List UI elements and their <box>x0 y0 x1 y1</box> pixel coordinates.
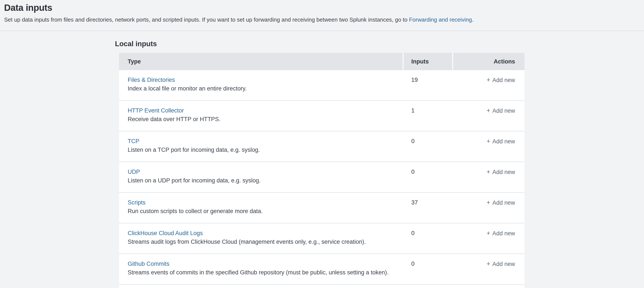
input-type-link-clickhouse-cloud-audit-logs[interactable]: ClickHouse Cloud Audit Logs <box>128 229 203 237</box>
plus-icon: + <box>486 168 490 176</box>
table-row: Scripts Run custom scripts to collect or… <box>119 193 524 223</box>
add-new-button[interactable]: +Add new <box>486 108 515 114</box>
inputs-count: 19 <box>404 76 453 100</box>
input-type-link-files-directories[interactable]: Files & Directories <box>128 76 175 84</box>
page-header: Data inputs Set up data inputs from file… <box>0 0 644 31</box>
inputs-count: 0 <box>404 229 453 253</box>
input-type-description: Listen on a UDP port for incoming data, … <box>128 176 404 185</box>
plus-icon: + <box>486 259 490 268</box>
add-new-label: Add new <box>492 261 515 267</box>
input-type-link-udp[interactable]: UDP <box>128 168 140 176</box>
table-row: TCP Listen on a TCP port for incoming da… <box>119 131 524 162</box>
table-row: Files & Directories Index a local file o… <box>119 70 524 101</box>
forwarding-and-receiving-link[interactable]: Forwarding and receiving <box>409 17 472 23</box>
inputs-count: 1 <box>404 106 453 131</box>
page-title: Data inputs <box>4 2 639 13</box>
plus-icon: + <box>486 198 490 207</box>
subtitle-period: . <box>472 17 474 23</box>
add-new-button[interactable]: +Add new <box>486 199 515 206</box>
add-new-label: Add new <box>492 138 515 145</box>
column-header-actions: Actions <box>453 53 524 70</box>
inputs-count: 0 <box>404 259 453 284</box>
column-header-type: Type <box>119 53 404 70</box>
add-new-label: Add new <box>492 169 515 175</box>
content-area: Local inputs Type Inputs Actions Files &… <box>0 31 644 288</box>
local-inputs-table: Type Inputs Actions Files & Directories … <box>119 53 524 288</box>
page-subtitle: Set up data inputs from files and direct… <box>4 16 639 23</box>
inputs-count: 0 <box>404 168 453 192</box>
partial-next-row <box>119 285 524 288</box>
input-type-description: Index a local file or monitor an entire … <box>128 84 404 93</box>
input-type-link-scripts[interactable]: Scripts <box>128 198 146 207</box>
plus-icon: + <box>486 106 490 115</box>
input-type-description: Listen on a TCP port for incoming data, … <box>128 146 404 154</box>
plus-icon: + <box>486 76 490 84</box>
input-type-description: Run custom scripts to collect or generat… <box>128 207 404 216</box>
input-type-description: Streams events of commits in the specifi… <box>128 268 404 277</box>
plus-icon: + <box>486 137 490 146</box>
table-row: Github Commits Streams events of commits… <box>119 254 524 285</box>
inputs-count: 37 <box>404 198 453 223</box>
input-type-link-tcp[interactable]: TCP <box>128 137 139 146</box>
input-type-link-http-event-collector[interactable]: HTTP Event Collector <box>128 106 184 115</box>
add-new-button[interactable]: +Add new <box>486 261 515 267</box>
subtitle-text: Set up data inputs from files and direct… <box>4 17 409 23</box>
add-new-button[interactable]: +Add new <box>486 169 515 175</box>
plus-icon: + <box>486 229 490 237</box>
add-new-button[interactable]: +Add new <box>486 77 515 83</box>
section-heading-local-inputs: Local inputs <box>115 40 644 48</box>
inputs-count: 0 <box>404 137 453 161</box>
table-header-row: Type Inputs Actions <box>119 53 524 70</box>
column-header-inputs: Inputs <box>404 53 453 70</box>
add-new-label: Add new <box>492 230 515 237</box>
add-new-label: Add new <box>492 108 515 114</box>
add-new-button[interactable]: +Add new <box>486 230 515 237</box>
input-type-link-github-commits[interactable]: Github Commits <box>128 259 170 268</box>
input-type-description: Receive data over HTTP or HTTPS. <box>128 115 404 124</box>
add-new-button[interactable]: +Add new <box>486 138 515 145</box>
table-row: HTTP Event Collector Receive data over H… <box>119 101 524 131</box>
table-row: ClickHouse Cloud Audit Logs Streams audi… <box>119 223 524 254</box>
table-row: UDP Listen on a UDP port for incoming da… <box>119 162 524 193</box>
add-new-label: Add new <box>492 77 515 83</box>
add-new-label: Add new <box>492 199 515 206</box>
input-type-description: Streams audit logs from ClickHouse Cloud… <box>128 237 404 246</box>
